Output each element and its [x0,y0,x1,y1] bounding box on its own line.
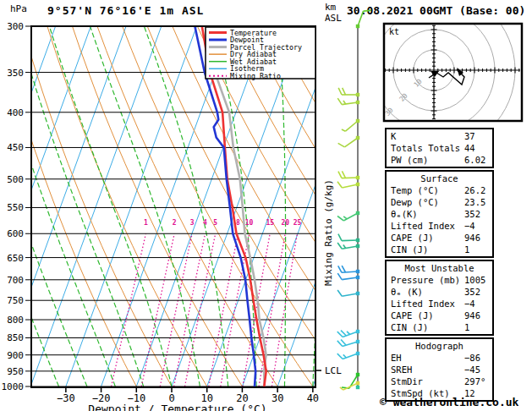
table-row-label: CIN (J) [391,244,464,255]
table-row-label: SREH [391,364,464,375]
table-row: Temp (°C)26.2 [387,184,492,196]
table-section: K37Totals Totals44PW (cm)6.02 [385,128,494,168]
table-row-label: K [391,130,464,142]
table-row: SREH−45 [387,364,492,375]
table-row: CAPE (J)946 [387,232,492,244]
table-row-value: 37 [464,130,475,142]
svg-text:40: 40 [370,120,381,131]
table-row: Dewp (°C)23.5 [387,196,492,208]
table-row-label: θₑ(K) [391,208,464,220]
table-row-label: θₑ (K) [391,286,464,298]
table-row-value: 1005 [464,274,485,286]
table-row-value: 297° [464,375,485,387]
table-row: Lifted Index−4 [387,298,492,310]
table-row-value: −4 [464,298,475,310]
table-row-value: 1 [464,244,469,255]
table-row: Totals Totals44 [387,142,492,154]
table-row-label: Lifted Index [391,298,464,310]
table-row: CIN (J)1 [387,321,492,333]
table-row-value: 26.2 [464,184,485,196]
table-section: SurfaceTemp (°C)26.2Dewp (°C)23.5θₑ(K)35… [385,170,494,258]
table-row: CAPE (J)946 [387,310,492,321]
table-section-header: Hodograph [387,340,492,352]
table-row-value: 44 [464,142,475,154]
table-row-value: −45 [464,364,480,375]
table-row-label: PW (cm) [391,154,464,166]
table-row-value: −4 [464,220,475,232]
table-row: Lifted Index−4 [387,220,492,232]
table-row-value: 1 [464,321,469,333]
table-row-label: CAPE (J) [391,310,464,321]
table-row: EH−86 [387,352,492,364]
table-row-value: 946 [464,232,480,244]
copyright: © weatheronline.co.uk [380,396,518,408]
table-row-value: −86 [464,352,480,364]
table-row-value: 6.02 [464,154,485,166]
table-row: StmDir297° [387,375,492,387]
table-row-label: Dewp (°C) [391,196,464,208]
table-row-label: CAPE (J) [391,232,464,244]
table-section: HodographEH−86SREH−45StmDir297°StmSpd (k… [385,337,494,402]
table-row-value: 352 [464,286,480,298]
table-row-label: Pressure (mb) [391,274,464,286]
table-row-label: Temp (°C) [391,184,464,196]
svg-text:kt: kt [389,27,399,36]
table-row: θₑ(K)352 [387,208,492,220]
table-row: PW (cm)6.02 [387,154,492,166]
table-row-label: EH [391,352,464,364]
sounding-page: hPa 9°57'N 76°16'E 1m ASL km ASL 30.08.2… [0,0,532,411]
table-row: θₑ (K)352 [387,286,492,298]
table-row-value: 23.5 [464,196,485,208]
table-row-label: Lifted Index [391,220,464,232]
table-row-label: CIN (J) [391,321,464,333]
table-row: Pressure (mb)1005 [387,274,492,286]
table-row-value: 352 [464,208,480,220]
table-section-header: Most Unstable [387,262,492,274]
table-section-header: Surface [387,173,492,184]
table-row-label: StmDir [391,375,464,387]
table-row: CIN (J)1 [387,244,492,255]
table-row: K37 [387,130,492,142]
indices-table: K37Totals Totals44PW (cm)6.02SurfaceTemp… [385,128,494,403]
table-row-value: 946 [464,310,480,321]
table-row-label: Totals Totals [391,142,464,154]
table-section: Most UnstablePressure (mb)1005θₑ (K)352L… [385,260,494,336]
